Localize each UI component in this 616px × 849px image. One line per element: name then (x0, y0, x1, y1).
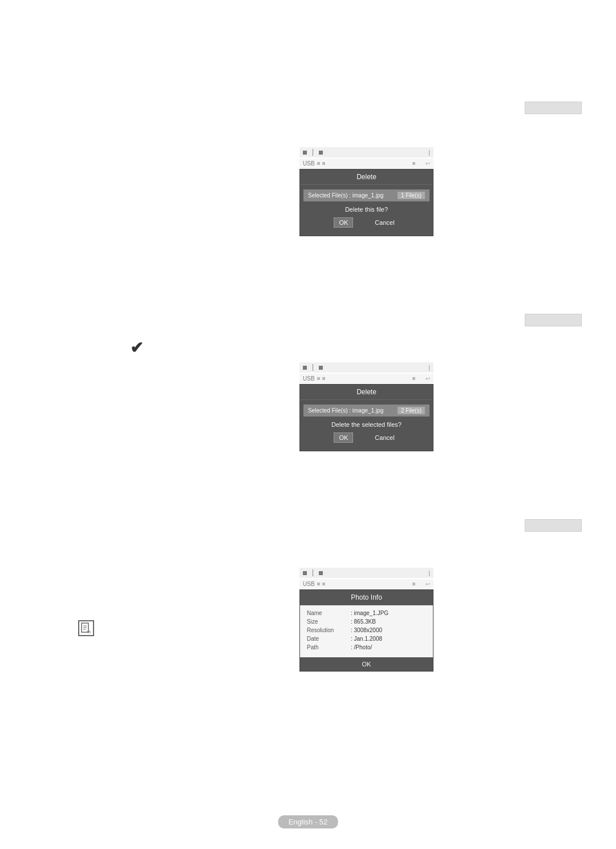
usb-dot-1c (412, 162, 415, 165)
usb-dot-1b (322, 162, 325, 165)
delete-body-1: Selected File(s) : image_1.jpg 1 File(s)… (300, 185, 433, 236)
usb-dot-3c (412, 583, 415, 585)
photo-info-path-val: : /Photo/ (351, 644, 372, 650)
delete-multi-dialog-container: | USB ↩ Delete Selected File(s) : image_… (299, 362, 433, 451)
photo-info-name-val: : image_1.JPG (351, 610, 388, 616)
toolbar-divider-1 (313, 149, 313, 156)
photo-info-name-row: Name : image_1.JPG (307, 610, 426, 616)
photo-info-body: Name : image_1.JPG Size : 865.3KB Resolu… (300, 605, 433, 657)
delete-question-1: Delete this file? (303, 206, 429, 213)
usb-row-2: USB ↩ (299, 374, 433, 383)
delete-title-2: Delete (300, 385, 433, 400)
checkmark-icon: ✔ (130, 338, 143, 357)
delete-cancel-btn-1[interactable]: Cancel (370, 217, 399, 228)
toolbar-corner-3: | (428, 570, 430, 576)
delete-single-dialog-container: | USB ↩ Delete Selected File(s) : image_… (299, 147, 433, 236)
photo-info-path-key: Path (307, 644, 344, 650)
delete-body-2: Selected File(s) : image_1.jpg 2 File(s)… (300, 400, 433, 451)
toolbar-icon-4 (319, 366, 323, 370)
photo-info-path-row: Path : /Photo/ (307, 644, 426, 650)
toolbar-3: | (299, 568, 433, 578)
toolbar-icon-2 (319, 151, 323, 155)
photo-info-size-row: Size : 865.3KB (307, 618, 426, 625)
toolbar-divider-2 (313, 364, 313, 371)
toolbar-left-1 (303, 149, 323, 156)
toolbar-left-3 (303, 569, 323, 576)
photo-info-size-key: Size (307, 618, 344, 625)
delete-question-2: Delete the selected files? (303, 421, 429, 428)
usb-dot-1a (317, 162, 320, 165)
delete-buttons-1: OK Cancel (303, 217, 429, 231)
usb-label-3: USB (303, 581, 315, 587)
photo-info-date-row: Date : Jan.1.2008 (307, 636, 426, 642)
toolbar-icon-5 (303, 571, 307, 575)
page-badge-1 (525, 102, 582, 114)
delete-dialog-2: Delete Selected File(s) : image_1.jpg 2 … (299, 384, 433, 451)
delete-buttons-2: OK Cancel (303, 432, 429, 446)
page-badge-3 (525, 519, 582, 532)
photo-info-name-key: Name (307, 610, 344, 616)
photo-info-dialog-container: | USB ↩ Photo Info Name : image_1.JPG Si… (299, 568, 433, 672)
selected-file-text-2: Selected File(s) : image_1.jpg (308, 407, 383, 414)
file-count-badge-2: 2 File(s) (398, 407, 425, 414)
photo-info-resolution-key: Resolution (307, 627, 344, 633)
photo-info-resolution-val: : 3008x2000 (351, 627, 382, 633)
usb-dot-3a (317, 583, 320, 585)
photo-info-ok-btn[interactable]: OK (362, 661, 371, 668)
photo-info-ok-area: OK (300, 657, 433, 671)
photo-info-date-val: : Jan.1.2008 (351, 636, 382, 642)
usb-dot-2a (317, 377, 320, 380)
toolbar-icon-3 (303, 366, 307, 370)
toolbar-icon-6 (319, 571, 323, 575)
toolbar-1: | (299, 147, 433, 157)
usb-row-1: USB ↩ (299, 159, 433, 168)
toolbar-left-2 (303, 364, 323, 371)
toolbar-divider-3 (313, 569, 313, 576)
photo-info-size-val: : 865.3KB (351, 618, 376, 625)
usb-dot-3b (322, 583, 325, 585)
delete-cancel-btn-2[interactable]: Cancel (370, 432, 399, 443)
usb-label-2: USB (303, 375, 315, 382)
photo-info-date-key: Date (307, 636, 344, 642)
toolbar-corner-1: | (428, 149, 430, 156)
toolbar-corner-2: | (428, 365, 430, 371)
usb-corner-3: ↩ (425, 581, 430, 587)
usb-corner-1: ↩ (425, 160, 430, 167)
photo-info-title: Photo Info (300, 590, 433, 605)
delete-ok-btn-2[interactable]: OK (334, 432, 353, 443)
usb-row-3: USB ↩ (299, 579, 433, 589)
delete-dialog-1: Delete Selected File(s) : image_1.jpg 1 … (299, 169, 433, 236)
file-count-badge-1: 1 File(s) (398, 192, 425, 199)
delete-title-1: Delete (300, 169, 433, 185)
selected-file-row-1: Selected File(s) : image_1.jpg 1 File(s) (303, 189, 429, 201)
photo-info-file-icon: % (78, 620, 94, 636)
svg-text:%: % (87, 629, 91, 634)
selected-file-text-1: Selected File(s) : image_1.jpg (308, 192, 383, 199)
photo-info-dialog: Photo Info Name : image_1.JPG Size : 865… (299, 589, 433, 672)
usb-dot-2b (322, 377, 325, 380)
page-badge-2 (525, 314, 582, 326)
photo-info-resolution-row: Resolution : 3008x2000 (307, 627, 426, 633)
toolbar-2: | (299, 362, 433, 373)
usb-dot-2c (412, 377, 415, 380)
delete-ok-btn-1[interactable]: OK (334, 217, 353, 228)
file-icon-svg: % (80, 622, 92, 634)
toolbar-icon-1 (303, 151, 307, 155)
usb-corner-2: ↩ (425, 375, 430, 382)
usb-label-1: USB (303, 160, 315, 167)
selected-file-row-2: Selected File(s) : image_1.jpg 2 File(s) (303, 405, 429, 417)
bottom-page-label: English - 52 (278, 815, 338, 828)
